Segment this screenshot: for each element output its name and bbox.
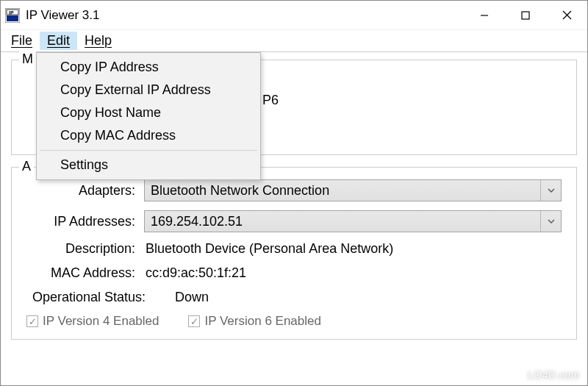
groupbox-machine-legend: M	[19, 51, 36, 67]
svg-text:IP: IP	[9, 10, 14, 15]
checkbox-ipv6-label: IP Version 6 Enabled	[204, 314, 320, 329]
edit-menu-popup: Copy IP Address Copy External IP Address…	[36, 52, 261, 180]
watermark: LO4D.com	[528, 369, 580, 381]
checkbox-ipv4-label: IP Version 4 Enabled	[43, 314, 159, 329]
value-operational-status: Down	[173, 290, 209, 305]
combo-adapters[interactable]: Bluetooth Network Connection	[144, 179, 562, 201]
maximize-button[interactable]	[505, 1, 546, 30]
close-button[interactable]	[546, 1, 587, 30]
menu-copy-host-name[interactable]: Copy Host Name	[38, 101, 259, 124]
checkbox-ipv6[interactable]: ✓ IP Version 6 Enabled	[188, 314, 320, 329]
checkbox-ipv4[interactable]: ✓ IP Version 4 Enabled	[26, 314, 159, 329]
value-mac-address: cc:d9:ac:50:1f:21	[144, 265, 246, 281]
value-description: Bluetooth Device (Personal Area Network)	[144, 241, 393, 257]
menu-help-label: Help	[85, 33, 112, 48]
combo-adapters-value: Bluetooth Network Connection	[151, 183, 329, 199]
partial-text-ipv6: P6	[262, 93, 279, 108]
groupbox-adapter-legend: A	[19, 159, 34, 174]
chevron-down-icon	[540, 211, 561, 232]
menu-copy-mac-address[interactable]: Copy MAC Address	[38, 124, 259, 147]
minimize-button[interactable]	[464, 1, 505, 30]
menu-copy-external-ip-address[interactable]: Copy External IP Address	[38, 79, 259, 101]
label-ip-addresses: IP Addresses:	[26, 214, 144, 229]
menu-edit[interactable]: Edit	[40, 32, 77, 50]
combo-ip-addresses[interactable]: 169.254.102.51	[144, 210, 562, 232]
title-bar: IP IP Viewer 3.1	[1, 1, 587, 30]
label-description: Description:	[26, 241, 144, 257]
menu-copy-ip-address[interactable]: Copy IP Address	[38, 56, 259, 79]
menu-bar: File Edit Help	[1, 30, 587, 52]
app-icon: IP	[5, 8, 20, 23]
window-controls	[464, 1, 587, 29]
svg-rect-5	[522, 12, 529, 19]
svg-rect-3	[7, 15, 18, 21]
chevron-down-icon	[540, 180, 561, 201]
label-adapters: Adapters:	[26, 183, 144, 199]
combo-ip-value: 169.254.102.51	[151, 214, 243, 229]
menu-separator	[40, 150, 257, 151]
groupbox-adapter: A Adapters: Bluetooth Network Connection…	[11, 167, 577, 340]
menu-edit-label: Edit	[47, 33, 70, 48]
menu-file[interactable]: File	[4, 32, 40, 50]
label-mac-address: MAC Address:	[26, 265, 144, 281]
menu-help[interactable]: Help	[77, 32, 119, 50]
menu-settings[interactable]: Settings	[38, 154, 259, 176]
check-icon: ✓	[188, 315, 200, 327]
window-title: IP Viewer 3.1	[26, 8, 100, 23]
label-operational-status: Operational Status:	[26, 290, 173, 305]
check-icon: ✓	[26, 315, 38, 327]
menu-file-label: File	[11, 33, 32, 48]
